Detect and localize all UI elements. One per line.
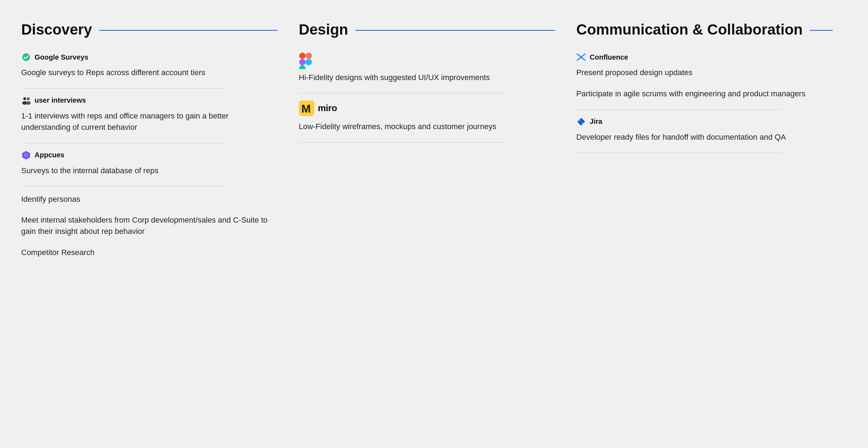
communication-title: Communication & Collaboration bbox=[576, 21, 803, 38]
jira-section: Jira Developer ready files for handoff w… bbox=[576, 117, 833, 153]
discovery-header-line bbox=[99, 30, 278, 31]
google-surveys-tool-row: Google Surveys bbox=[21, 52, 278, 62]
miro-section: M miro Low-Fidelity wireframes, mockups … bbox=[299, 101, 555, 143]
svg-rect-9 bbox=[299, 59, 306, 65]
user-interviews-section: user interviews 1-1 interviews with reps… bbox=[21, 96, 278, 143]
design-title: Design bbox=[299, 21, 348, 38]
design-column: Design Hi-Fidelity designs with suggeste… bbox=[299, 21, 569, 268]
user-interviews-icon bbox=[21, 96, 31, 105]
divider-3 bbox=[21, 186, 226, 187]
svg-rect-7 bbox=[299, 53, 306, 59]
figma-icon bbox=[299, 52, 312, 69]
user-interviews-label: user interviews bbox=[35, 96, 86, 104]
svg-point-4 bbox=[26, 101, 31, 105]
appcues-tool-row: Appcues bbox=[21, 150, 278, 160]
google-surveys-icon bbox=[21, 52, 31, 62]
communication-header-line bbox=[810, 30, 833, 31]
confluence-description: Present proposed design updates bbox=[576, 67, 833, 78]
appcues-label: Appcues bbox=[35, 151, 64, 159]
identify-personas-description: Identify personas bbox=[21, 194, 278, 205]
stakeholders-description: Meet internal stakeholders from Corp dev… bbox=[21, 214, 278, 237]
stakeholders-section: Meet internal stakeholders from Corp dev… bbox=[21, 214, 278, 237]
identify-personas-section: Identify personas bbox=[21, 194, 278, 205]
svg-point-11 bbox=[306, 59, 312, 65]
svg-text:M: M bbox=[301, 102, 311, 115]
jira-icon bbox=[576, 117, 586, 127]
communication-column: Communication & Collaboration Confluence… bbox=[576, 21, 847, 268]
design-divider-1 bbox=[299, 93, 504, 93]
svg-point-0 bbox=[22, 53, 30, 61]
discovery-header: Discovery bbox=[21, 21, 278, 38]
discovery-title: Discovery bbox=[21, 21, 92, 38]
appcues-description: Surveys to the internal database of reps bbox=[21, 165, 278, 176]
design-header-line bbox=[355, 30, 555, 31]
google-surveys-description: Google surveys to Reps across different … bbox=[21, 67, 278, 78]
design-header: Design bbox=[299, 21, 555, 38]
miro-icon: M bbox=[299, 101, 314, 116]
confluence-tool-row: Confluence bbox=[576, 52, 833, 62]
appcues-section: Appcues Surveys to the internal database… bbox=[21, 150, 278, 187]
confluence-description-2: Participate in agile scrums with enginee… bbox=[576, 88, 833, 99]
svg-point-2 bbox=[27, 97, 30, 100]
appcues-icon bbox=[21, 150, 31, 160]
google-surveys-label: Google Surveys bbox=[35, 53, 88, 61]
divider-2 bbox=[21, 143, 226, 143]
svg-rect-8 bbox=[306, 53, 312, 59]
confluence-icon bbox=[576, 52, 586, 62]
jira-description: Developer ready files for handoff with d… bbox=[576, 132, 833, 143]
jira-label: Jira bbox=[590, 117, 602, 126]
confluence-label: Confluence bbox=[590, 53, 628, 61]
figma-description: Hi-Fidelity designs with suggested UI/UX… bbox=[299, 72, 555, 83]
confluence-section: Confluence Present proposed design updat… bbox=[576, 52, 833, 110]
divider-1 bbox=[21, 88, 226, 89]
svg-rect-10 bbox=[299, 65, 306, 69]
miro-description: Low-Fidelity wireframes, mockups and cus… bbox=[299, 121, 555, 132]
comm-divider-2 bbox=[576, 153, 781, 153]
competitor-research-description: Competitor Research bbox=[21, 247, 278, 258]
discovery-column: Discovery Google Surveys Google surveys … bbox=[21, 21, 292, 268]
design-divider-2 bbox=[299, 142, 504, 143]
figma-icon-wrapper bbox=[299, 52, 555, 69]
miro-logo-text: miro bbox=[318, 103, 337, 114]
svg-point-1 bbox=[23, 97, 26, 100]
figma-section: Hi-Fidelity designs with suggested UI/UX… bbox=[299, 52, 555, 93]
user-interviews-description: 1-1 interviews with reps and office mana… bbox=[21, 110, 278, 133]
competitor-research-section: Competitor Research bbox=[21, 247, 278, 258]
miro-icon-wrapper: M miro bbox=[299, 101, 555, 116]
page-container: Discovery Google Surveys Google surveys … bbox=[0, 0, 868, 289]
communication-header: Communication & Collaboration bbox=[576, 21, 833, 38]
comm-divider-1 bbox=[576, 109, 781, 110]
user-interviews-tool-row: user interviews bbox=[21, 96, 278, 105]
jira-tool-row: Jira bbox=[576, 117, 833, 127]
google-surveys-section: Google Surveys Google surveys to Reps ac… bbox=[21, 52, 278, 89]
